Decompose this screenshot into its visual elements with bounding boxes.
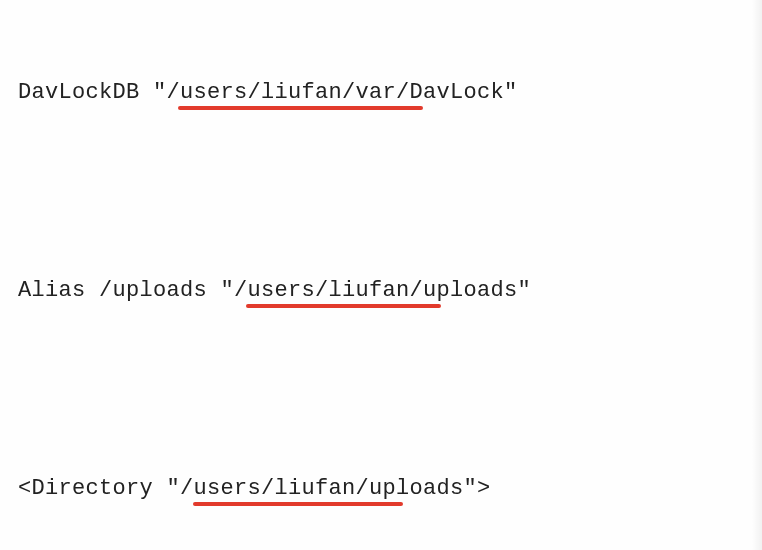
underline-annotation — [193, 502, 403, 506]
right-edge-shadow — [752, 0, 762, 550]
config-code-block: DavLockDB "/users/liufan/var/DavLock" Al… — [0, 0, 762, 550]
code-line — [18, 373, 762, 406]
code-line: <Directory "/users/liufan/uploads"> — [18, 472, 762, 505]
code-text: Alias /uploads "/users/liufan/uploads" — [18, 278, 531, 303]
code-line — [18, 175, 762, 208]
underline-annotation — [246, 304, 441, 308]
code-line: DavLockDB "/users/liufan/var/DavLock" — [18, 76, 762, 109]
code-line: Alias /uploads "/users/liufan/uploads" — [18, 274, 762, 307]
code-text: DavLockDB "/users/liufan/var/DavLock" — [18, 80, 518, 105]
underline-annotation — [178, 106, 423, 110]
code-text: <Directory "/users/liufan/uploads"> — [18, 476, 491, 501]
